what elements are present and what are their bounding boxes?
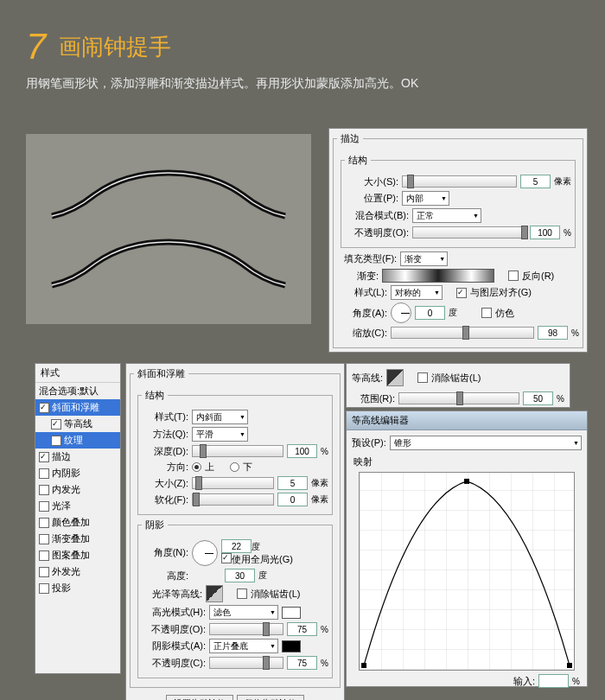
svg-rect-0 — [361, 663, 366, 668]
size-input[interactable] — [520, 175, 551, 188]
bevel-struct-legend: 结构 — [142, 389, 168, 402]
bevel-size-slider[interactable] — [192, 477, 274, 489]
styles-header: 样式 — [35, 364, 120, 383]
style-blend-default[interactable]: 混合选项:默认 — [35, 383, 120, 399]
scale-label: 缩放(C): — [344, 327, 387, 340]
reverse-checkbox[interactable] — [508, 270, 519, 281]
depth-input[interactable] — [287, 444, 317, 458]
fill-type-dropdown[interactable]: 渐变 — [400, 251, 448, 266]
style-inner-glow[interactable]: 内发光 — [35, 481, 120, 498]
style-contour[interactable]: 等高线 — [35, 416, 120, 432]
size-label: 大小(S): — [345, 175, 398, 188]
global-light-checkbox[interactable] — [221, 553, 232, 563]
contour-checkbox[interactable] — [51, 419, 61, 430]
curve-editor[interactable] — [359, 472, 575, 671]
set-default-button[interactable]: 设置为默认值 — [166, 695, 233, 700]
gloss-contour-picker[interactable] — [206, 585, 223, 602]
range-input[interactable] — [523, 391, 553, 405]
style-outer-glow[interactable]: 外发光 — [35, 563, 120, 580]
contour-picker[interactable] — [386, 369, 404, 386]
range-label: 范围(R): — [352, 392, 395, 405]
gradient-label: 渐变: — [344, 270, 379, 283]
step-number: 7 — [26, 26, 46, 67]
highlight-mode-dropdown[interactable]: 滤色 — [209, 605, 278, 620]
scale-slider[interactable] — [391, 327, 534, 339]
align-label: 与图层对齐(G) — [470, 286, 532, 299]
bevel-size-input[interactable] — [277, 476, 308, 490]
pattern-overlay-checkbox[interactable] — [39, 550, 49, 561]
highlight-opacity-unit: % — [321, 625, 328, 634]
style-bevel[interactable]: 斜面和浮雕 — [35, 399, 120, 416]
mapping-label: 映射 — [347, 455, 587, 468]
bevel-size-label: 大小(Z): — [142, 477, 188, 490]
angle-input[interactable] — [415, 306, 445, 320]
highlight-color-swatch[interactable] — [282, 607, 301, 619]
satin-checkbox[interactable] — [39, 501, 49, 512]
inner-glow-checkbox[interactable] — [39, 485, 49, 495]
global-light-label: 使用全局光(G) — [232, 554, 293, 564]
position-dropdown[interactable]: 内部 — [402, 191, 449, 206]
grad-style-dropdown[interactable]: 对称的 — [391, 285, 443, 300]
altitude-input[interactable] — [225, 569, 255, 582]
blend-dropdown[interactable]: 正常 — [412, 208, 481, 223]
stroke-checkbox[interactable] — [39, 452, 49, 462]
direction-down-radio[interactable] — [230, 462, 239, 472]
input-label: 输入: — [513, 675, 535, 688]
highlight-opacity-slider[interactable] — [209, 623, 283, 635]
soften-slider[interactable] — [192, 493, 274, 506]
outer-glow-checkbox[interactable] — [39, 567, 49, 577]
direction-up-radio[interactable] — [192, 462, 201, 472]
shadow-color-swatch[interactable] — [282, 640, 301, 652]
style-texture[interactable]: 纹理 — [35, 432, 120, 449]
color-overlay-checkbox[interactable] — [39, 518, 49, 528]
shadow-opacity-slider[interactable] — [209, 657, 283, 669]
range-slider[interactable] — [398, 392, 519, 404]
dither-checkbox[interactable] — [481, 308, 492, 318]
bevel-style-dropdown[interactable]: 内斜面 — [192, 410, 248, 424]
altitude-unit: 度 — [258, 570, 267, 582]
style-pattern-overlay[interactable]: 图案叠加 — [35, 547, 120, 563]
shadow-opacity-input[interactable] — [287, 656, 317, 670]
contour-label: 等高线: — [352, 372, 383, 385]
drop-shadow-checkbox[interactable] — [39, 583, 49, 594]
align-checkbox[interactable] — [456, 288, 467, 298]
input-value[interactable] — [538, 674, 569, 688]
preset-dropdown[interactable]: 锥形 — [390, 436, 582, 450]
style-stroke[interactable]: 描边 — [35, 449, 120, 465]
range-unit: % — [557, 394, 564, 404]
style-drop-shadow[interactable]: 投影 — [35, 580, 120, 596]
depth-slider[interactable] — [192, 445, 283, 457]
bevel-tech-dropdown[interactable]: 平滑 — [192, 427, 248, 442]
style-inner-shadow[interactable]: 内阴影 — [35, 465, 120, 481]
bevel-angle-input[interactable] — [221, 539, 252, 553]
size-slider[interactable] — [402, 175, 517, 188]
direction-label: 方向: — [142, 461, 188, 474]
bevel-angle-dial[interactable] — [192, 540, 218, 566]
svg-rect-1 — [464, 479, 469, 484]
highlight-opacity-input[interactable] — [287, 622, 317, 636]
reset-default-button[interactable]: 复位为默认值 — [237, 695, 304, 700]
gradient-overlay-checkbox[interactable] — [39, 534, 49, 544]
opacity-slider[interactable] — [412, 226, 526, 239]
shadow-mode-dropdown[interactable]: 正片叠底 — [209, 639, 278, 653]
contour-aa-label: 消除锯齿(L) — [431, 372, 481, 385]
gloss-aa-checkbox[interactable] — [237, 589, 247, 599]
style-color-overlay[interactable]: 颜色叠加 — [35, 514, 120, 531]
soften-label: 软化(F): — [142, 493, 188, 506]
contour-aa-checkbox[interactable] — [417, 372, 428, 383]
shadow-opacity-label: 不透明度(C): — [142, 657, 206, 670]
texture-checkbox[interactable] — [51, 436, 61, 446]
opacity-input[interactable] — [530, 226, 560, 239]
style-gradient-overlay[interactable]: 渐变叠加 — [35, 531, 120, 547]
fill-type-label: 填充类型(F): — [344, 252, 397, 265]
scale-input[interactable] — [538, 326, 568, 340]
highlight-mode-label: 高光模式(H): — [142, 606, 206, 619]
style-satin[interactable]: 光泽 — [35, 498, 120, 514]
angle-dial[interactable] — [391, 302, 411, 323]
preview-canvas — [26, 134, 311, 324]
gradient-picker[interactable] — [382, 269, 494, 283]
gloss-aa-label: 消除锯齿(L) — [251, 588, 300, 601]
soften-input[interactable] — [277, 493, 308, 506]
inner-shadow-checkbox[interactable] — [39, 468, 49, 479]
bevel-checkbox[interactable] — [39, 403, 49, 413]
